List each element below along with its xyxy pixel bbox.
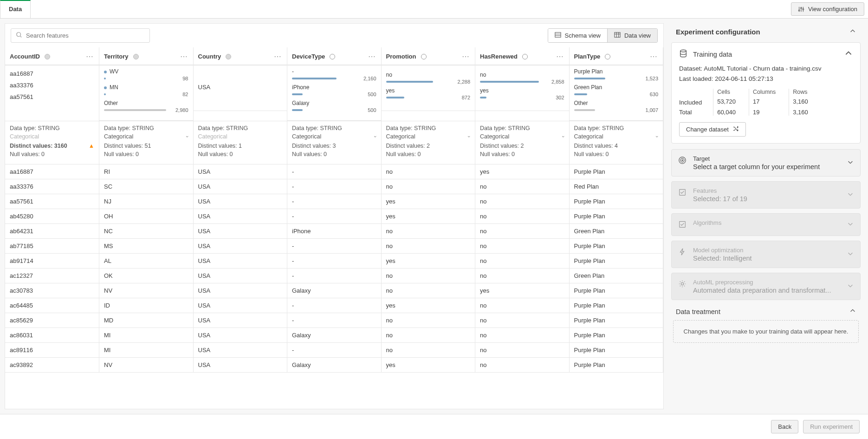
- table-cell: USA: [193, 194, 287, 209]
- table-row[interactable]: ab91714ALUSA-yesnoPurple Plan: [5, 254, 663, 269]
- training-data-header[interactable]: Training data: [679, 49, 853, 59]
- table-row[interactable]: ac89116MIUSA-nonoPurple Plan: [5, 343, 663, 358]
- table-cell: -: [287, 194, 382, 209]
- table-row[interactable]: aa33376SCUSA-nonoRed Plan: [5, 179, 663, 194]
- search-input[interactable]: [26, 32, 145, 39]
- nulls-label: Null values: 0: [10, 151, 45, 157]
- feature-type-select[interactable]: Categorical›: [292, 133, 376, 140]
- table-cell: USA: [193, 224, 287, 239]
- table-cell: USA: [193, 283, 287, 298]
- table-cell: ac12327: [5, 269, 99, 283]
- table-cell: no: [381, 328, 475, 343]
- algorithms-section[interactable]: Algorithms: [671, 213, 861, 236]
- table-row[interactable]: ac64485IDUSA-yesnoPurple Plan: [5, 298, 663, 313]
- table-row[interactable]: ac85629MDUSA-nonoPurple Plan: [5, 313, 663, 328]
- table-cell: aa16887: [5, 164, 99, 179]
- distinct-label: Distinct values: 3160: [10, 143, 67, 149]
- run-experiment-button[interactable]: Run experiment: [803, 420, 860, 433]
- feature-type-select[interactable]: Categorical›: [480, 133, 564, 140]
- column-header[interactable]: Country ⋯: [194, 47, 287, 65]
- bolt-icon: [678, 247, 687, 257]
- table-cell: Green Plan: [569, 224, 663, 239]
- table-cell: NJ: [99, 194, 194, 209]
- column-type-icon: [133, 54, 139, 59]
- table-icon: [614, 32, 621, 39]
- preprocessing-section[interactable]: AutoML preprocessing Automated data prep…: [671, 273, 861, 300]
- schema-view-toggle[interactable]: Schema view: [548, 29, 607, 42]
- data-view-toggle[interactable]: Data view: [607, 29, 657, 42]
- table-cell: NC: [99, 224, 194, 239]
- table-cell: iPhone: [287, 224, 382, 239]
- table-row[interactable]: ab77185MSUSA-nonoPurple Plan: [5, 239, 663, 254]
- feature-type-select[interactable]: Categorical›: [574, 133, 659, 140]
- table-row[interactable]: ac93892NVUSAGalaxyyesnoPurple Plan: [5, 358, 663, 373]
- feature-type-select[interactable]: Categorical›: [386, 133, 471, 140]
- distinct-label: Distinct values: 2: [480, 143, 524, 149]
- features-icon: [678, 187, 687, 198]
- table-row[interactable]: aa16887RIUSA-noyesPurple Plan: [5, 164, 663, 179]
- chevron-up-icon: [844, 49, 853, 59]
- table-cell: no: [381, 343, 475, 358]
- target-h: Target: [693, 155, 820, 162]
- feature-type-select[interactable]: Categorical›: [104, 133, 188, 140]
- data-type-label: Data type: STRING: [386, 125, 436, 131]
- table-row[interactable]: aa57561NJUSA-yesnoPurple Plan: [5, 194, 663, 209]
- view-configuration-button[interactable]: View configuration: [791, 2, 864, 16]
- column-menu-icon[interactable]: ⋯: [461, 52, 470, 61]
- feature-type-select: Categorical: [198, 133, 283, 140]
- table-cell: no: [475, 313, 570, 328]
- column-name: HasRenewed: [480, 53, 518, 60]
- data-grid-wrap[interactable]: AccountID ⋯ Territory ⋯ Country ⋯ Device…: [5, 47, 663, 409]
- model-optimization-section[interactable]: Model optimization Selected: Intelligent: [671, 241, 861, 268]
- experiment-config-title: Experiment configuration: [676, 28, 760, 36]
- column-menu-icon[interactable]: ⋯: [273, 52, 282, 61]
- algorithms-h: Algorithms: [693, 219, 721, 226]
- change-dataset-button[interactable]: Change dataset: [679, 122, 746, 137]
- search-features[interactable]: [11, 28, 150, 43]
- column-meta: Data type: STRING Categorical› Distinct …: [382, 121, 475, 164]
- table-cell: USA: [193, 239, 287, 254]
- tab-data[interactable]: Data: [0, 0, 31, 18]
- table-row[interactable]: ac86031MIUSAGalaxynonoPurple Plan: [5, 328, 663, 343]
- column-header[interactable]: Promotion ⋯: [382, 47, 475, 65]
- column-menu-icon[interactable]: ⋯: [179, 52, 188, 61]
- column-header[interactable]: DeviceType ⋯: [287, 47, 381, 65]
- experiment-config-header[interactable]: Experiment configuration: [668, 23, 863, 42]
- table-cell: Purple Plan: [569, 254, 663, 269]
- column-menu-icon[interactable]: ⋯: [367, 52, 376, 61]
- table-row[interactable]: ac30783NVUSAGalaxynoyesPurple Plan: [5, 283, 663, 298]
- table-cell: ab77185: [5, 239, 99, 254]
- data-treatment-header[interactable]: Data treatment: [668, 305, 863, 320]
- nulls-label: Null values: 0: [386, 151, 421, 157]
- column-menu-icon[interactable]: ⋯: [649, 52, 658, 61]
- table-cell: ab45280: [5, 209, 99, 224]
- sliders-icon: [798, 6, 804, 13]
- column-name: Promotion: [386, 53, 416, 60]
- column-header[interactable]: Territory ⋯: [99, 47, 193, 65]
- target-section[interactable]: Target Select a target column for your e…: [671, 149, 861, 177]
- features-section[interactable]: Features Selected: 17 of 19: [671, 181, 861, 209]
- column-header[interactable]: HasRenewed ⋯: [475, 47, 569, 65]
- chevron-down-icon: [847, 159, 854, 167]
- table-row[interactable]: ab64231NCUSAiPhonenonoGreen Plan: [5, 224, 663, 239]
- table-row[interactable]: ab45280OHUSA-yesnoPurple Plan: [5, 209, 663, 224]
- features-s: Selected: 17 of 19: [693, 195, 747, 203]
- back-button[interactable]: Back: [771, 420, 798, 433]
- column-header[interactable]: PlanType ⋯: [570, 47, 663, 65]
- column-type-icon: [330, 54, 335, 59]
- table-cell: USA: [193, 358, 287, 373]
- column-menu-icon[interactable]: ⋯: [85, 52, 94, 61]
- column-frequency: WV98MN82Other2,980: [99, 66, 193, 121]
- table-cell: -: [287, 179, 382, 194]
- data-type-label: Data type: STRING: [480, 125, 530, 131]
- table-cell: no: [475, 343, 570, 358]
- stat-cells-h: Cells: [717, 89, 736, 95]
- table-cell: -: [287, 313, 382, 328]
- algorithms-icon: [678, 219, 687, 230]
- column-header[interactable]: AccountID ⋯: [5, 47, 99, 65]
- table-cell: USA: [193, 254, 287, 269]
- table-row[interactable]: ac12327OKUSA-nonoGreen Plan: [5, 269, 663, 283]
- column-menu-icon[interactable]: ⋯: [555, 52, 564, 61]
- table-cell: no: [381, 283, 475, 298]
- distinct-label: Distinct values: 4: [574, 143, 618, 149]
